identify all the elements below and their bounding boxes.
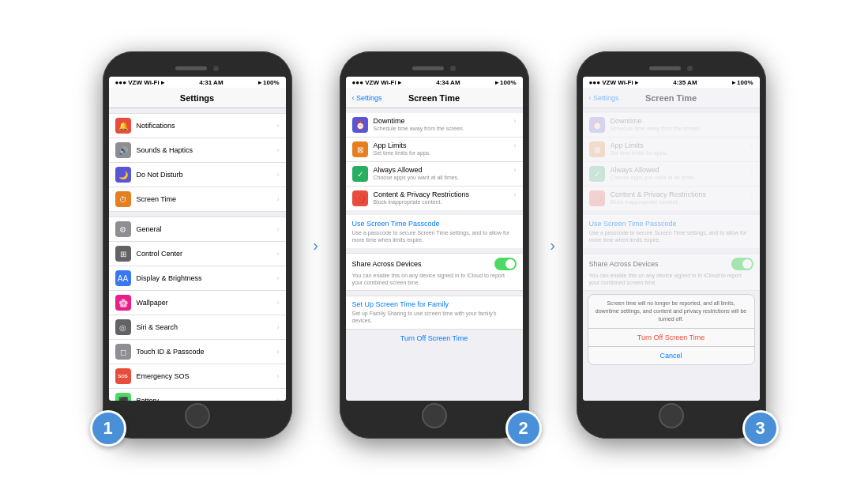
item-display[interactable]: AA Display & Brightness › [109, 266, 286, 291]
general-icon: ⚙ [115, 221, 131, 237]
downtime-icon-2: ⏰ [352, 117, 368, 133]
item-notifications[interactable]: 🔔 Notifications › [109, 113, 286, 138]
applimits-icon-3: ⊠ [589, 141, 605, 157]
alwaysallowed-title-3: Always Allowed [611, 166, 751, 174]
contentprivacy-title-3: Content & Privacy Restrictions [611, 190, 751, 198]
item-text-notifications: Notifications [137, 122, 277, 130]
step-badge-1: 1 [90, 410, 126, 447]
phone-top-3 [583, 59, 760, 77]
item-controlcenter[interactable]: ⊞ Control Center › [109, 242, 286, 266]
screen-3: ●●● VZW Wi-Fi ▸ 4:35 AM ▸ 100% ‹ Setting… [583, 77, 760, 401]
phone2-wrapper: 2 ●●● VZW Wi-Fi ▸ 4:34 AM ▸ 100% ‹ Setti… [340, 51, 529, 439]
phone3-wrapper: 3 ●●● VZW Wi-Fi ▸ 4:35 AM ▸ 100% ‹ Setti… [577, 51, 766, 439]
chevron-general: › [277, 225, 280, 233]
toggle-row-inner-2: Share Across Devices [352, 258, 517, 270]
item-text-display: Display & Brightness [137, 274, 277, 282]
chevron-downtime-2: › [514, 117, 517, 125]
home-button-2[interactable] [422, 403, 447, 428]
downtime-title-2: Downtime [374, 117, 514, 125]
passcode-link-2[interactable]: Use Screen Time Passcode [352, 220, 517, 228]
screen-1: ●●● VZW Wi-Fi ▸ 4:31 AM ▸ 100% Settings … [109, 77, 286, 401]
phone-3: ●●● VZW Wi-Fi ▸ 4:35 AM ▸ 100% ‹ Setting… [577, 51, 766, 439]
general-label: General [137, 225, 277, 233]
st-main-items-3: ⏰ Downtime Schedule time away from the s… [583, 113, 760, 210]
toggle-2[interactable] [494, 258, 517, 270]
item-screentime[interactable]: ⏱ Screen Time › [109, 187, 286, 212]
sos-icon: SOS [115, 368, 131, 384]
screentime-icon: ⏱ [115, 191, 131, 207]
st-downtime-2[interactable]: ⏰ Downtime Schedule time away from the s… [346, 113, 523, 138]
st-applimits-content-2: App Limits Set time limits for apps. [374, 141, 514, 156]
downtime-sub-3: Schedule time away from the screen. [611, 126, 751, 131]
toggle-desc-3: You can enable this on any device signed… [589, 272, 753, 286]
phone-bottom-3 [583, 401, 760, 431]
st-applimits-3[interactable]: ⊠ App Limits Set time limits for apps. › [583, 138, 760, 162]
screentime-label: Screen Time [137, 195, 277, 203]
item-text-sounds: Sounds & Haptics [137, 146, 277, 154]
applimits-sub-3: Set time limits for apps. [611, 150, 751, 156]
chevron-applimits-3: › [751, 141, 753, 149]
alwaysallowed-sub-2: Choose apps you want at all times. [374, 175, 514, 180]
st-alwaysallowed-3[interactable]: ✓ Always Allowed Choose apps you want at… [583, 162, 760, 187]
turn-off-screen-time-btn-3[interactable]: Turn Off Screen Time [588, 328, 754, 346]
carrier-2: ●●● VZW Wi-Fi ▸ [352, 79, 401, 86]
toggle-3[interactable] [731, 258, 753, 270]
nav-bar-1: Settings [109, 88, 286, 108]
home-button-3[interactable] [659, 403, 684, 428]
passcode-section-3: Use Screen Time Passcode Use a passcode … [583, 215, 760, 248]
item-touchid[interactable]: ◻ Touch ID & Passcode › [109, 340, 286, 364]
wallpaper-icon: 🌸 [115, 295, 131, 311]
passcode-link-3[interactable]: Use Screen Time Passcode [589, 220, 753, 228]
passcode-desc-2: Use a passcode to secure Screen Time set… [352, 229, 517, 243]
item-text-controlcenter: Control Center [137, 250, 277, 258]
phone-bottom-1 [109, 401, 286, 431]
chevron-controlcenter: › [277, 250, 280, 258]
item-siri[interactable]: ◎ Siri & Search › [109, 315, 286, 340]
time-3: 4:35 AM [673, 79, 697, 86]
touchid-label: Touch ID & Passcode [137, 348, 277, 356]
notifications-label: Notifications [137, 122, 277, 130]
carrier-3: ●●● VZW Wi-Fi ▸ [589, 79, 638, 86]
controlcenter-icon: ⊞ [115, 246, 131, 262]
st-content-privacy-3[interactable]: 🚫 Content & Privacy Restrictions Block i… [583, 187, 760, 210]
item-text-touchid: Touch ID & Passcode [137, 348, 277, 356]
phone-top-1 [109, 59, 286, 77]
chevron-contentprivacy-2: › [514, 190, 517, 198]
item-sos[interactable]: SOS Emergency SOS › [109, 364, 286, 389]
settings-section-1b: ⚙ General › ⊞ Control Center › [109, 217, 286, 401]
cancel-btn-3[interactable]: Cancel [588, 346, 754, 364]
controlcenter-label: Control Center [137, 250, 277, 258]
item-dnd[interactable]: 🌙 Do Not Disturb › [109, 163, 286, 187]
nav-back-3[interactable]: ‹ Settings [589, 94, 619, 102]
time-1: 4:31 AM [199, 79, 223, 86]
signal-1: ▸ 100% [258, 79, 280, 86]
home-button-1[interactable] [185, 403, 210, 428]
settings-section-1a: 🔔 Notifications › 🔊 Sounds & Haptics › [109, 113, 286, 212]
st-alwaysallowed-2[interactable]: ✓ Always Allowed Choose apps you want at… [346, 162, 523, 187]
item-battery[interactable]: ⬛ Battery › [109, 389, 286, 401]
battery-icon: ⬛ [115, 393, 131, 401]
nav-title-3: Screen Time [645, 93, 697, 103]
wallpaper-label: Wallpaper [137, 299, 277, 307]
st-content-2: ⏰ Downtime Schedule time away from the s… [346, 108, 523, 401]
family-link-2[interactable]: Set Up Screen Time for Family [352, 300, 517, 308]
camera-3 [687, 66, 693, 71]
item-sounds[interactable]: 🔊 Sounds & Haptics › [109, 138, 286, 163]
nav-back-2[interactable]: ‹ Settings [352, 94, 382, 102]
st-applimits-2[interactable]: ⊠ App Limits Set time limits for apps. › [346, 138, 523, 162]
applimits-title-2: App Limits [374, 141, 514, 149]
speaker-2 [412, 66, 444, 70]
dnd-icon: 🌙 [115, 167, 131, 183]
phone1-wrapper: 1 ●●● VZW Wi-Fi ▸ 4:31 AM ▸ 100% Setting… [103, 51, 292, 439]
item-text-wallpaper: Wallpaper [137, 299, 277, 307]
item-wallpaper[interactable]: 🌸 Wallpaper › [109, 291, 286, 315]
chevron-sos: › [277, 372, 280, 380]
step-badge-2: 2 [505, 410, 542, 447]
item-general[interactable]: ⚙ General › [109, 217, 286, 242]
st-content-privacy-2[interactable]: 🚫 Content & Privacy Restrictions Block i… [346, 187, 523, 210]
nav-title-2: Screen Time [408, 93, 460, 103]
chevron-contentprivacy-3: › [751, 190, 753, 198]
st-downtime-3[interactable]: ⏰ Downtime Schedule time away from the s… [583, 113, 760, 138]
turn-off-link-2[interactable]: Turn Off Screen Time [346, 330, 523, 347]
alwaysallowed-sub-3: Choose apps you want at all times. [611, 175, 751, 180]
